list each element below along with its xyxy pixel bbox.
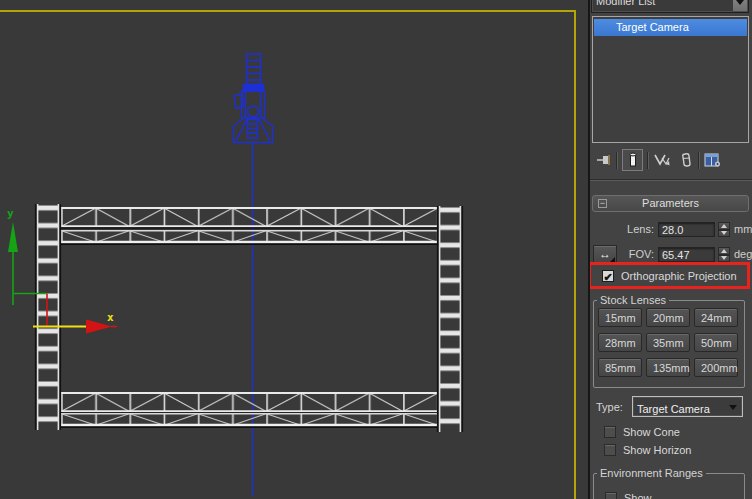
viewport-canvas[interactable]: y x (0, 0, 588, 499)
env-show-checkbox[interactable] (605, 492, 617, 499)
camera-type-dropdown[interactable]: Target Camera (632, 396, 743, 417)
spinner-down-button[interactable] (718, 230, 730, 238)
show-cone-checkbox[interactable] (604, 426, 616, 438)
environment-ranges-group: Environment Ranges Show (593, 467, 745, 499)
stock-lenses-group: Stock Lenses 15mm 20mm 24mm 28mm 35mm 50… (593, 294, 745, 388)
camera-type-value: Target Camera (637, 400, 710, 419)
truss-right-ladder[interactable] (437, 206, 463, 432)
3dsmax-window: y x (0, 0, 752, 499)
lens-input[interactable]: 28.0 (658, 222, 715, 237)
show-horizon-label: Show Horizon (623, 444, 691, 456)
toolbar-separator (698, 152, 700, 169)
spinner-down-button[interactable] (718, 255, 730, 263)
lens-135mm-button[interactable]: 135mm (646, 358, 690, 377)
toolbar-separator (616, 152, 618, 169)
axis-y-label: y (7, 207, 14, 220)
show-end-result-icon[interactable] (622, 149, 643, 171)
env-show-label: Show (624, 492, 652, 499)
spinner-down-icon (721, 231, 727, 235)
modifier-stack-list[interactable]: Target Camera (592, 16, 749, 143)
fov-spinner[interactable] (718, 247, 730, 262)
spinner-up-button[interactable] (718, 247, 730, 255)
lens-20mm-button[interactable]: 20mm (646, 308, 690, 327)
chevron-down-icon (729, 405, 737, 410)
axis-x-label: x (107, 311, 114, 324)
modifier-list-dropdown[interactable]: Modifier List (591, 0, 749, 13)
spinner-up-button[interactable] (718, 222, 730, 230)
environment-ranges-title: Environment Ranges (597, 467, 706, 479)
type-label: Type: (596, 398, 623, 417)
modifier-stack-toolbar (590, 147, 750, 173)
spinner-up-icon (721, 249, 727, 253)
fov-input[interactable]: 65.47 (658, 247, 715, 262)
truss-left-ladder[interactable] (35, 204, 61, 430)
panel-divider (590, 179, 752, 181)
show-cone-label: Show Cone (623, 426, 680, 438)
orthographic-projection-checkbox[interactable]: ✔ (602, 270, 614, 282)
parameters-rollout-header[interactable]: − Parameters (592, 195, 749, 212)
lens-85mm-button[interactable]: 85mm (598, 358, 642, 377)
make-unique-icon[interactable] (653, 152, 671, 168)
lens-spinner[interactable] (718, 222, 730, 237)
pin-stack-icon[interactable] (596, 152, 612, 168)
fov-unit-label: deg. (734, 247, 752, 262)
spinner-down-icon (721, 256, 727, 260)
show-horizon-checkbox[interactable] (604, 444, 616, 456)
spinner-up-icon (721, 224, 727, 228)
modifier-list-arrow-button[interactable] (733, 0, 747, 11)
toolbar-separator (647, 152, 649, 169)
lens-50mm-button[interactable]: 50mm (694, 333, 738, 352)
lens-15mm-button[interactable]: 15mm (598, 308, 642, 327)
modifier-list-label: Modifier List (596, 0, 655, 7)
configure-modifier-sets-icon[interactable] (704, 152, 721, 168)
lens-24mm-button[interactable]: 24mm (694, 308, 738, 327)
orthographic-projection-label: Orthographic Projection (621, 270, 737, 282)
stock-lenses-title: Stock Lenses (597, 294, 669, 306)
lens-35mm-button[interactable]: 35mm (646, 333, 690, 352)
collapse-icon[interactable]: − (598, 199, 607, 208)
chevron-down-icon (736, 0, 744, 5)
top-viewport[interactable]: y x (0, 0, 588, 499)
lens-label: Lens: (590, 222, 654, 237)
stack-item-target-camera[interactable]: Target Camera (594, 19, 747, 36)
lens-unit-label: mm (734, 222, 752, 237)
lens-200mm-button[interactable]: 200mm (694, 358, 738, 377)
lens-28mm-button[interactable]: 28mm (598, 333, 642, 352)
command-panel: Modifier List Target Camera (588, 0, 752, 499)
rollout-title: Parameters (642, 197, 699, 209)
remove-modifier-icon[interactable] (679, 152, 694, 168)
orthographic-highlight-box: ✔ Orthographic Projection (588, 262, 750, 289)
fov-label: FOV: (590, 247, 654, 262)
